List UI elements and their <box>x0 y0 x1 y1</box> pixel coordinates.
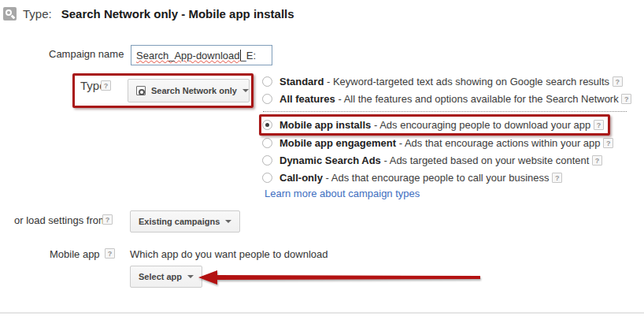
existing-campaigns-dropdown-label: Existing campaigns <box>139 217 220 226</box>
help-icon[interactable]: ? <box>102 214 113 225</box>
existing-campaigns-dropdown[interactable]: Existing campaigns <box>130 210 240 233</box>
radio-button[interactable] <box>262 173 272 183</box>
help-icon[interactable]: ? <box>613 76 623 87</box>
radio-button[interactable] <box>262 138 272 148</box>
header-type-label: Type: <box>23 7 52 20</box>
select-app-dropdown-label: Select app <box>139 272 182 281</box>
option-desc: - Keyword-targeted text ads showing on G… <box>327 76 609 87</box>
option-name: Standard <box>279 76 324 87</box>
option-desc: - All the features and options available… <box>338 93 618 105</box>
option-name: Call-only <box>279 172 323 184</box>
radio-option-standard[interactable]: Standard - Keyword-targeted text ads sho… <box>262 76 623 87</box>
help-icon[interactable]: ? <box>592 155 602 166</box>
radio-option-mobile-app-installs[interactable]: Mobile app installs - Ads encouraging pe… <box>262 119 604 131</box>
campaign-name-label: Campaign name <box>49 48 124 60</box>
help-icon[interactable]: ? <box>594 120 604 130</box>
option-name: All features <box>279 93 335 105</box>
select-app-dropdown[interactable]: Select app <box>130 266 202 288</box>
learn-more-link[interactable]: Learn more about campaign types <box>265 188 420 199</box>
annotation-arrow <box>197 268 483 287</box>
campaign-type-dropdown[interactable]: Search Network only <box>128 79 250 102</box>
radio-option-all-features[interactable]: All features - All the features and opti… <box>262 93 631 105</box>
option-desc: - Ads encouraging people to download you… <box>374 119 590 131</box>
dropdown-arrow-icon <box>225 220 231 223</box>
radio-button[interactable] <box>262 76 272 87</box>
help-icon[interactable]: ? <box>621 94 631 104</box>
radio-button[interactable] <box>262 94 272 104</box>
option-desc: - Ads that encourage actions within your… <box>399 137 601 149</box>
option-name: Mobile app engagement <box>279 137 396 149</box>
magnifier-handle <box>11 15 16 20</box>
mobile-app-question: Which app do you want people to download <box>130 248 328 260</box>
option-desc: - Ads targeted based on your website con… <box>383 154 589 166</box>
help-icon[interactable]: ? <box>105 248 115 259</box>
load-settings-label: or load settings from <box>14 214 107 226</box>
help-icon[interactable]: ? <box>552 173 562 183</box>
campaign-setup-page: Type: Search Network only - Mobile app i… <box>0 0 644 320</box>
campaign-name-input[interactable]: Search_App-download_E: <box>131 45 272 65</box>
campaign-type-dropdown-label: Search Network only <box>151 86 237 95</box>
search-network-icon <box>136 86 146 95</box>
page-title: Search Network only - Mobile app install… <box>61 7 294 20</box>
radio-option-mobile-app-engagement[interactable]: Mobile app engagement - Ads that encoura… <box>262 137 613 149</box>
bottom-divider <box>0 312 644 314</box>
option-name: Dynamic Search Ads <box>279 154 381 166</box>
dropdown-arrow-icon <box>242 89 249 92</box>
options-separator <box>263 111 627 112</box>
radio-option-call-only[interactable]: Call-only - Ads that encourage people to… <box>262 172 562 184</box>
radio-option-dynamic-search-ads[interactable]: Dynamic Search Ads - Ads targeted based … <box>262 154 602 166</box>
dropdown-arrow-icon <box>187 275 194 278</box>
option-name: Mobile app installs <box>279 119 371 131</box>
radio-button[interactable] <box>262 155 272 166</box>
page-header: Type: Search Network only - Mobile app i… <box>3 7 294 20</box>
magnifier-icon <box>3 7 17 20</box>
mobile-app-label: Mobile app <box>50 248 100 260</box>
campaign-name-value: Search_App-download <box>136 50 240 61</box>
help-icon[interactable]: ? <box>101 80 111 91</box>
radio-button[interactable] <box>262 120 272 130</box>
option-desc: - Ads that encourage people to call your… <box>326 172 550 184</box>
help-icon[interactable]: ? <box>603 138 613 148</box>
campaign-name-value-rest: _E: <box>241 50 257 61</box>
